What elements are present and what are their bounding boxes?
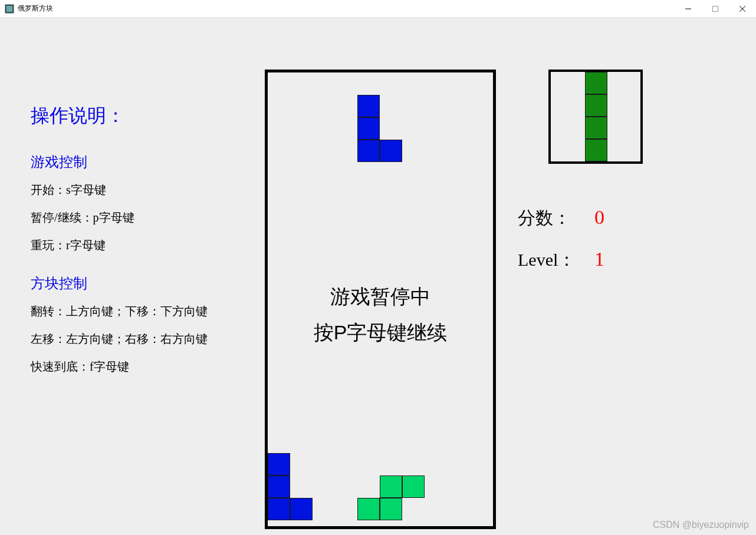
tetromino-cell — [380, 475, 402, 498]
tetromino-cell — [357, 117, 380, 140]
window-controls — [675, 0, 756, 18]
instructions-header: 操作说明： — [31, 103, 243, 129]
instruction-line: 左移：左方向键；右移：右方向键 — [31, 331, 243, 347]
tetromino-cell — [357, 498, 380, 520]
tetromino-cell — [290, 498, 313, 520]
next-piece-preview — [548, 70, 643, 164]
level-value: 1 — [594, 248, 604, 270]
close-button[interactable] — [729, 0, 756, 18]
level-label: Level： — [518, 248, 594, 272]
window-title: 俄罗斯方块 — [18, 4, 53, 14]
score-panel: 分数： 0 Level： 1 — [518, 206, 604, 290]
preview-grid — [551, 72, 640, 161]
instruction-line: 快速到底：f字母键 — [31, 359, 243, 375]
tetromino-cell — [268, 475, 290, 498]
watermark: CSDN @biyezuopinvip — [653, 520, 749, 530]
overlay-line2: 按P字母键继续 — [268, 315, 493, 351]
app-icon — [5, 4, 14, 14]
level-row: Level： 1 — [518, 248, 604, 272]
tetromino-cell — [380, 498, 402, 520]
playfield[interactable]: 游戏暂停中 按P字母键继续 — [265, 70, 496, 529]
instructions-panel: 操作说明： 游戏控制 开始：s字母键 暂停/继续：p字母键 重玩：r字母键 方块… — [31, 103, 243, 387]
score-value: 0 — [594, 206, 604, 229]
tetromino-cell — [402, 475, 425, 498]
preview-cell — [585, 139, 607, 161]
titlebar: 俄罗斯方块 — [0, 0, 756, 18]
preview-cell — [585, 94, 607, 117]
client-area: 操作说明： 游戏控制 开始：s字母键 暂停/继续：p字母键 重玩：r字母键 方块… — [0, 18, 756, 535]
game-control-title: 游戏控制 — [31, 153, 243, 171]
overlay-line1: 游戏暂停中 — [268, 279, 493, 315]
block-control-title: 方块控制 — [31, 274, 243, 293]
svg-rect-3 — [713, 6, 718, 12]
svg-rect-1 — [6, 6, 12, 12]
tetromino-cell — [357, 95, 380, 117]
instruction-line: 暂停/继续：p字母键 — [31, 210, 243, 226]
preview-cell — [585, 72, 607, 94]
score-label: 分数： — [518, 206, 594, 230]
tetromino-cell — [268, 453, 290, 475]
minimize-button[interactable] — [675, 0, 702, 18]
maximize-button[interactable] — [702, 0, 729, 18]
instruction-line: 翻转：上方向键；下移：下方向键 — [31, 303, 243, 319]
instruction-line: 重玩：r字母键 — [31, 237, 243, 253]
score-row: 分数： 0 — [518, 206, 604, 230]
pause-overlay: 游戏暂停中 按P字母键继续 — [268, 279, 493, 351]
tetromino-cell — [357, 140, 380, 162]
tetromino-cell — [268, 498, 290, 520]
tetromino-cell — [380, 140, 402, 162]
instruction-line: 开始：s字母键 — [31, 182, 243, 198]
preview-cell — [585, 117, 607, 139]
